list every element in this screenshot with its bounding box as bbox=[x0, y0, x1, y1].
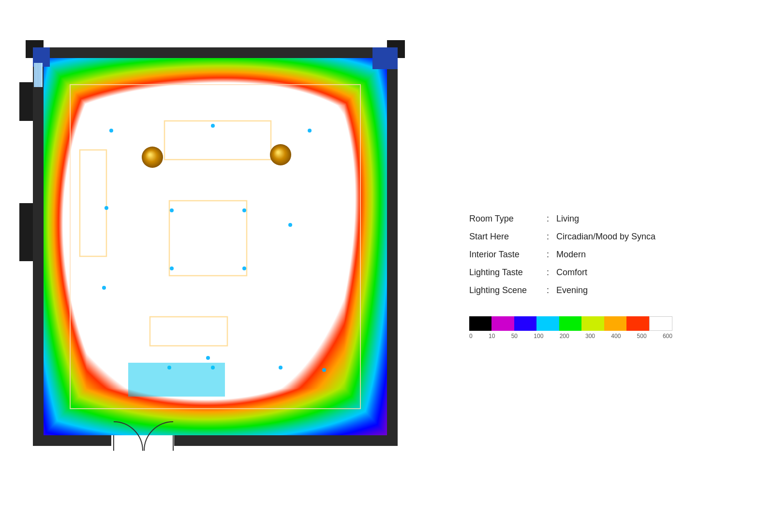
heatmap-canvas bbox=[19, 29, 406, 488]
legend-segment bbox=[604, 316, 626, 331]
legend-label: 50 bbox=[511, 333, 518, 340]
info-label: Lighting Taste bbox=[469, 266, 547, 279]
legend-label: 500 bbox=[637, 333, 647, 340]
info-row: Lighting Scene : Evening bbox=[469, 284, 672, 297]
legend-segment bbox=[559, 316, 581, 331]
info-colon: : bbox=[547, 266, 556, 279]
legend-label: 200 bbox=[560, 333, 569, 340]
legend-label: 100 bbox=[534, 333, 543, 340]
info-value: Evening bbox=[556, 284, 588, 297]
info-label: Lighting Scene bbox=[469, 284, 547, 297]
info-label: Interior Taste bbox=[469, 248, 547, 261]
info-label: Room Type bbox=[469, 212, 547, 225]
info-value: Living bbox=[556, 212, 579, 225]
legend-label: 600 bbox=[663, 333, 672, 340]
legend-segment bbox=[469, 316, 491, 331]
info-panel: Room Type : Living Start Here : Circadia… bbox=[469, 212, 672, 340]
info-table: Room Type : Living Start Here : Circadia… bbox=[469, 212, 672, 297]
info-row: Start Here : Circadian/Mood by Synca bbox=[469, 230, 672, 243]
legend-label: 400 bbox=[611, 333, 621, 340]
main-container: Room Type : Living Start Here : Circadia… bbox=[0, 0, 774, 532]
info-row: Lighting Taste : Comfort bbox=[469, 266, 672, 279]
legend-segment bbox=[536, 316, 559, 331]
info-value: Circadian/Mood by Synca bbox=[556, 230, 655, 243]
legend-segment bbox=[514, 316, 536, 331]
info-colon: : bbox=[547, 212, 556, 225]
floor-plan-area bbox=[19, 29, 431, 513]
info-row: Room Type : Living bbox=[469, 212, 672, 225]
info-value: Modern bbox=[556, 248, 586, 261]
legend-labels: 01050100200300400500600 bbox=[469, 333, 672, 340]
legend-bar bbox=[469, 316, 672, 331]
legend-label: 0 bbox=[469, 333, 473, 340]
legend-label: 10 bbox=[489, 333, 495, 340]
legend-segment bbox=[626, 316, 649, 331]
legend-segment bbox=[581, 316, 604, 331]
info-value: Comfort bbox=[556, 266, 587, 279]
info-colon: : bbox=[547, 248, 556, 261]
info-label: Start Here bbox=[469, 230, 547, 243]
legend-container: 01050100200300400500600 bbox=[469, 316, 672, 340]
legend-segment bbox=[491, 316, 514, 331]
legend-label: 300 bbox=[585, 333, 595, 340]
legend-segment bbox=[649, 316, 672, 331]
info-colon: : bbox=[547, 284, 556, 297]
info-row: Interior Taste : Modern bbox=[469, 248, 672, 261]
info-colon: : bbox=[547, 230, 556, 243]
